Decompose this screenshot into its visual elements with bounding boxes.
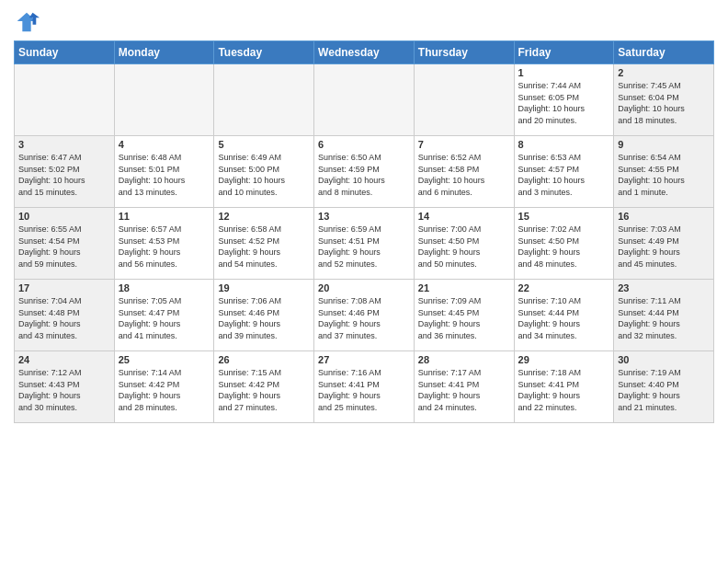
weekday-header-tuesday: Tuesday xyxy=(214,41,314,64)
calendar-cell: 15Sunrise: 7:02 AM Sunset: 4:50 PM Dayli… xyxy=(514,208,614,280)
day-info: Sunrise: 6:59 AM Sunset: 4:51 PM Dayligh… xyxy=(318,224,410,270)
day-number: 5 xyxy=(218,139,310,150)
week-row-4: 17Sunrise: 7:04 AM Sunset: 4:48 PM Dayli… xyxy=(15,280,714,351)
calendar-cell: 2Sunrise: 7:45 AM Sunset: 6:04 PM Daylig… xyxy=(614,64,714,136)
day-number: 11 xyxy=(119,211,210,222)
day-info: Sunrise: 7:03 AM Sunset: 4:49 PM Dayligh… xyxy=(618,224,710,270)
day-number: 27 xyxy=(318,354,410,365)
calendar-cell: 28Sunrise: 7:17 AM Sunset: 4:41 PM Dayli… xyxy=(414,351,514,423)
weekday-header-friday: Friday xyxy=(514,41,614,64)
day-info: Sunrise: 7:08 AM Sunset: 4:46 PM Dayligh… xyxy=(318,295,410,341)
calendar-table: SundayMondayTuesdayWednesdayThursdayFrid… xyxy=(14,40,714,423)
weekday-header-saturday: Saturday xyxy=(614,41,714,64)
day-info: Sunrise: 6:54 AM Sunset: 4:55 PM Dayligh… xyxy=(618,152,710,198)
day-info: Sunrise: 6:55 AM Sunset: 4:54 PM Dayligh… xyxy=(18,224,110,270)
day-info: Sunrise: 7:10 AM Sunset: 4:44 PM Dayligh… xyxy=(518,295,610,341)
calendar-cell: 29Sunrise: 7:18 AM Sunset: 4:41 PM Dayli… xyxy=(514,351,614,423)
day-info: Sunrise: 7:18 AM Sunset: 4:41 PM Dayligh… xyxy=(518,367,610,413)
day-number: 23 xyxy=(618,282,710,293)
weekday-header-thursday: Thursday xyxy=(414,41,514,64)
day-number: 26 xyxy=(218,354,310,365)
day-number: 21 xyxy=(418,282,510,293)
logo-icon xyxy=(14,9,40,35)
calendar-cell: 25Sunrise: 7:14 AM Sunset: 4:42 PM Dayli… xyxy=(114,351,214,423)
day-number: 28 xyxy=(418,354,510,365)
calendar-cell: 22Sunrise: 7:10 AM Sunset: 4:44 PM Dayli… xyxy=(514,280,614,351)
week-row-3: 10Sunrise: 6:55 AM Sunset: 4:54 PM Dayli… xyxy=(15,208,714,280)
week-row-5: 24Sunrise: 7:12 AM Sunset: 4:43 PM Dayli… xyxy=(15,351,714,423)
day-number: 9 xyxy=(618,139,710,150)
day-number: 22 xyxy=(518,282,610,293)
day-number: 30 xyxy=(618,354,710,365)
weekday-header-row: SundayMondayTuesdayWednesdayThursdayFrid… xyxy=(15,41,714,64)
day-number: 10 xyxy=(18,211,110,222)
day-info: Sunrise: 6:47 AM Sunset: 5:02 PM Dayligh… xyxy=(18,152,110,198)
day-info: Sunrise: 7:05 AM Sunset: 4:47 PM Dayligh… xyxy=(119,295,210,341)
day-number: 14 xyxy=(418,211,510,222)
day-info: Sunrise: 7:44 AM Sunset: 6:05 PM Dayligh… xyxy=(518,80,610,126)
day-info: Sunrise: 7:04 AM Sunset: 4:48 PM Dayligh… xyxy=(18,295,110,341)
day-number: 6 xyxy=(318,139,410,150)
calendar-cell xyxy=(214,64,314,136)
day-number: 13 xyxy=(318,211,410,222)
calendar-cell: 30Sunrise: 7:19 AM Sunset: 4:40 PM Dayli… xyxy=(614,351,714,423)
day-info: Sunrise: 6:49 AM Sunset: 5:00 PM Dayligh… xyxy=(218,152,310,198)
calendar-cell: 27Sunrise: 7:16 AM Sunset: 4:41 PM Dayli… xyxy=(314,351,415,423)
day-number: 20 xyxy=(318,282,410,293)
day-number: 17 xyxy=(18,282,110,293)
day-info: Sunrise: 7:09 AM Sunset: 4:45 PM Dayligh… xyxy=(418,295,510,341)
logo xyxy=(14,9,43,35)
calendar-cell: 8Sunrise: 6:53 AM Sunset: 4:57 PM Daylig… xyxy=(514,136,614,208)
day-info: Sunrise: 7:19 AM Sunset: 4:40 PM Dayligh… xyxy=(618,367,710,413)
day-number: 16 xyxy=(618,211,710,222)
calendar-cell: 23Sunrise: 7:11 AM Sunset: 4:44 PM Dayli… xyxy=(614,280,714,351)
day-info: Sunrise: 7:15 AM Sunset: 4:42 PM Dayligh… xyxy=(218,367,310,413)
day-number: 24 xyxy=(18,354,110,365)
day-info: Sunrise: 6:53 AM Sunset: 4:57 PM Dayligh… xyxy=(518,152,610,198)
day-number: 15 xyxy=(518,211,610,222)
calendar-cell: 5Sunrise: 6:49 AM Sunset: 5:00 PM Daylig… xyxy=(214,136,314,208)
header xyxy=(14,9,714,35)
calendar-container: SundayMondayTuesdayWednesdayThursdayFrid… xyxy=(0,0,728,428)
calendar-cell xyxy=(114,64,214,136)
day-info: Sunrise: 6:48 AM Sunset: 5:01 PM Dayligh… xyxy=(119,152,210,198)
day-number: 25 xyxy=(119,354,210,365)
calendar-cell: 17Sunrise: 7:04 AM Sunset: 4:48 PM Dayli… xyxy=(15,280,115,351)
calendar-cell: 3Sunrise: 6:47 AM Sunset: 5:02 PM Daylig… xyxy=(15,136,115,208)
day-number: 7 xyxy=(418,139,510,150)
day-number: 8 xyxy=(518,139,610,150)
day-info: Sunrise: 7:12 AM Sunset: 4:43 PM Dayligh… xyxy=(18,367,110,413)
day-info: Sunrise: 7:06 AM Sunset: 4:46 PM Dayligh… xyxy=(218,295,310,341)
calendar-cell xyxy=(314,64,415,136)
day-info: Sunrise: 7:45 AM Sunset: 6:04 PM Dayligh… xyxy=(618,80,710,126)
day-info: Sunrise: 7:11 AM Sunset: 4:44 PM Dayligh… xyxy=(618,295,710,341)
calendar-cell: 4Sunrise: 6:48 AM Sunset: 5:01 PM Daylig… xyxy=(114,136,214,208)
day-info: Sunrise: 7:14 AM Sunset: 4:42 PM Dayligh… xyxy=(119,367,210,413)
calendar-cell: 13Sunrise: 6:59 AM Sunset: 4:51 PM Dayli… xyxy=(314,208,415,280)
day-number: 18 xyxy=(119,282,210,293)
weekday-header-sunday: Sunday xyxy=(15,41,115,64)
day-number: 19 xyxy=(218,282,310,293)
calendar-cell: 6Sunrise: 6:50 AM Sunset: 4:59 PM Daylig… xyxy=(314,136,415,208)
day-info: Sunrise: 6:58 AM Sunset: 4:52 PM Dayligh… xyxy=(218,224,310,270)
calendar-cell xyxy=(414,64,514,136)
day-info: Sunrise: 6:57 AM Sunset: 4:53 PM Dayligh… xyxy=(119,224,210,270)
calendar-cell: 16Sunrise: 7:03 AM Sunset: 4:49 PM Dayli… xyxy=(614,208,714,280)
calendar-cell: 19Sunrise: 7:06 AM Sunset: 4:46 PM Dayli… xyxy=(214,280,314,351)
week-row-2: 3Sunrise: 6:47 AM Sunset: 5:02 PM Daylig… xyxy=(15,136,714,208)
weekday-header-monday: Monday xyxy=(114,41,214,64)
weekday-header-wednesday: Wednesday xyxy=(314,41,415,64)
calendar-cell: 24Sunrise: 7:12 AM Sunset: 4:43 PM Dayli… xyxy=(15,351,115,423)
calendar-cell: 21Sunrise: 7:09 AM Sunset: 4:45 PM Dayli… xyxy=(414,280,514,351)
calendar-cell: 7Sunrise: 6:52 AM Sunset: 4:58 PM Daylig… xyxy=(414,136,514,208)
calendar-cell: 12Sunrise: 6:58 AM Sunset: 4:52 PM Dayli… xyxy=(214,208,314,280)
day-number: 12 xyxy=(218,211,310,222)
calendar-cell: 26Sunrise: 7:15 AM Sunset: 4:42 PM Dayli… xyxy=(214,351,314,423)
day-number: 4 xyxy=(119,139,210,150)
calendar-cell: 1Sunrise: 7:44 AM Sunset: 6:05 PM Daylig… xyxy=(514,64,614,136)
day-number: 2 xyxy=(618,67,710,78)
day-info: Sunrise: 7:00 AM Sunset: 4:50 PM Dayligh… xyxy=(418,224,510,270)
calendar-cell: 10Sunrise: 6:55 AM Sunset: 4:54 PM Dayli… xyxy=(15,208,115,280)
day-number: 1 xyxy=(518,67,610,78)
calendar-cell xyxy=(15,64,115,136)
